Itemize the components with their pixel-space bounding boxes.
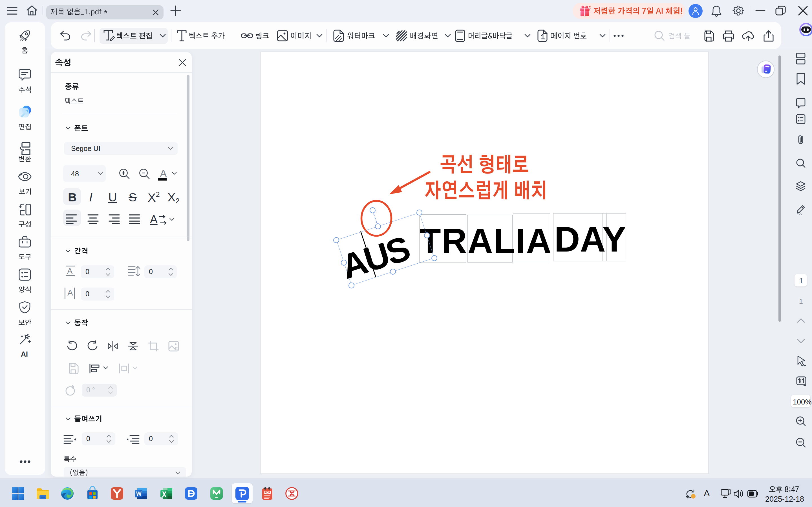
svg-text:PDF: PDF	[264, 491, 270, 494]
